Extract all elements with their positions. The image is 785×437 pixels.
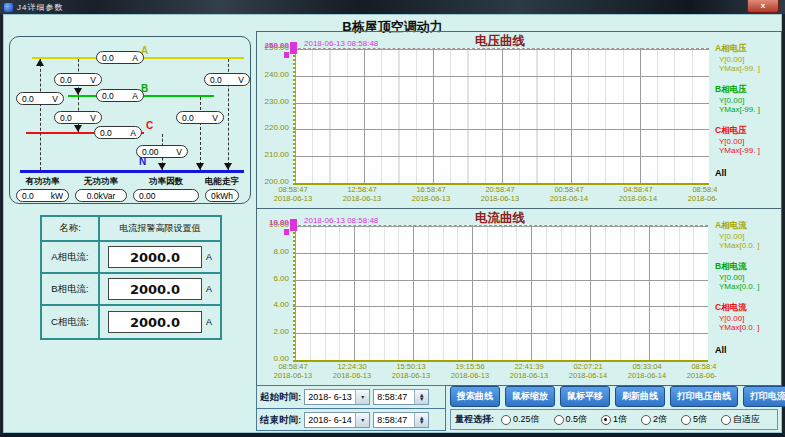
wiring-diagram-panel: A B C N 0.0A 0.0A 0.0A (9, 36, 251, 204)
x-tick-label: 15:50:13 2018-06-13 (392, 362, 430, 381)
metric-readout: 0kWh (205, 189, 239, 202)
y-tick-label: 210.00 (265, 150, 289, 159)
title-bar: J4详细参数 x (0, 0, 785, 14)
cursor-marker[interactable] (290, 42, 297, 54)
x-tick-label: 05:33:04 2018-06-14 (628, 362, 666, 381)
end-time-spinner[interactable]: 8:58:47 ▲▼ (373, 412, 429, 428)
range-option-radio[interactable]: 1倍 (601, 413, 627, 426)
power-metric: 有功功率 0.0kW (16, 176, 69, 202)
row-value-b: 2000.0 A (100, 274, 220, 306)
y-tick-label: 6.00 (273, 274, 289, 283)
client-area: B栋屋顶空调动力 A B C N 0.0A (3, 14, 782, 433)
y-tick-label: 10.00 (269, 220, 289, 229)
x-tick-label: 08:58:47 2018-06-14 (688, 185, 717, 204)
radio-icon[interactable] (501, 415, 511, 425)
legend-series-item: C相电流 Y[0.00] YMax[0.0. ] (715, 302, 779, 332)
range-option-radio[interactable]: 自适应 (721, 413, 760, 426)
radio-icon[interactable] (721, 415, 731, 425)
calendar-dropdown-icon[interactable]: ▾ (355, 413, 369, 427)
chart-action-button[interactable]: 打印电流曲线 (743, 386, 785, 407)
calendar-dropdown-icon[interactable]: ▾ (355, 390, 369, 404)
voltage-guide-line (200, 97, 201, 170)
legend-all-item[interactable]: All (715, 168, 779, 178)
current-alarm-settings-table: 名称: 电流报警高限设置值 A相电流: 2000.0 A B相电流: 2000.… (40, 215, 222, 340)
voltage-bc-readout: 0.0V (54, 111, 102, 124)
cursor-marker[interactable] (290, 219, 297, 231)
phase-a-current-readout: 0.0A (96, 51, 144, 64)
radio-icon[interactable] (554, 415, 564, 425)
range-select-label: 量程选择: (455, 413, 494, 426)
chart-action-button[interactable]: 鼠标平移 (560, 386, 610, 407)
start-time-spinner[interactable]: 8:58:47 ▲▼ (373, 389, 429, 405)
chart-action-button[interactable]: 刷新曲线 (615, 386, 665, 407)
range-option-radio[interactable]: 5倍 (681, 413, 707, 426)
phase-c-alarm-input[interactable]: 2000.0 (108, 311, 202, 333)
legend-series-item: A相电压 Y[0.00] YMax[-99. ] (715, 43, 779, 73)
unit-label: A (206, 284, 212, 294)
phase-a-alarm-input[interactable]: 2000.0 (108, 246, 202, 268)
start-date-picker[interactable]: 2018- 6-13 ▾ (304, 389, 370, 405)
close-button[interactable]: x (747, 0, 779, 13)
y-tick-label: 4.00 (273, 300, 289, 309)
x-tick-label: 08:58:47 2018-06-14 (687, 362, 717, 381)
metric-readout: 0.0kW (16, 189, 69, 202)
voltage-an-left-readout: 0.0V (16, 92, 64, 105)
x-tick-label: 20:58:47 2018-06-13 (481, 185, 519, 204)
current-plot-area[interactable]: 2018-06-13 08:58:48 (293, 225, 708, 362)
y-tick-label: 240.00 (265, 70, 289, 79)
current-y-axis: 10.00 10.008.006.004.002.000.00 (257, 225, 291, 365)
row-value-c: 2000.0 A (100, 306, 220, 338)
current-x-axis: 08:58:47 2018-06-13 12:24:30 2018-06-13 … (257, 362, 717, 382)
metric-label: 有功功率 (26, 176, 60, 188)
legend-series-item: B相电压 Y[0.00] YMax[-99. ] (715, 84, 779, 114)
y-tick-label: 8.00 (273, 247, 289, 256)
range-option-radio[interactable]: 2倍 (641, 413, 667, 426)
end-date-picker[interactable]: 2018- 6-14 ▾ (304, 412, 370, 428)
time-range-box: 起始时间: 2018- 6-13 ▾ 8:58:47 ▲▼ 结束时间: 2018… (256, 385, 446, 431)
spinner-icon[interactable]: ▲▼ (414, 390, 428, 404)
power-metric: 无功功率 0.0kVar (75, 176, 127, 202)
arrow-down-icon (158, 163, 166, 170)
power-metric: 电能走字 0kWh (205, 176, 239, 202)
x-tick-label: 08:58:47 2018-06-13 (274, 362, 312, 381)
voltage-an-right-readout: 0.0V (204, 73, 250, 86)
arrow-down-icon (74, 88, 82, 95)
legend-series-item: C相电压 Y[0.00] YMax[-99. ] (715, 125, 779, 155)
x-tick-label: 12:58:47 2018-06-13 (343, 185, 381, 204)
arrow-up-icon (36, 59, 44, 66)
bottom-controls: 起始时间: 2018- 6-13 ▾ 8:58:47 ▲▼ 结束时间: 2018… (256, 385, 780, 432)
voltage-y-axis: 250.00 250.00240.00230.00220.00210.00200… (257, 48, 291, 188)
metric-readout: 0.0kVar (75, 189, 127, 202)
phase-b-alarm-input[interactable]: 2000.0 (108, 278, 202, 300)
app-icon (4, 3, 13, 12)
y-tick-label: 250.00 (265, 43, 289, 52)
range-options: 0.25倍 0.5倍 1倍 (501, 413, 760, 426)
unit-label: A (206, 252, 212, 262)
table-header-value: 电流报警高限设置值 (100, 217, 220, 242)
voltage-legend: A相电压 Y[0.00] YMax[-99. ] B相电压 Y[0.00] YM… (715, 43, 779, 178)
chart-action-button[interactable]: 搜索曲线 (450, 386, 500, 407)
phase-b-current-readout: 0.0A (96, 89, 144, 102)
radio-icon[interactable] (601, 415, 611, 425)
spinner-icon[interactable]: ▲▼ (414, 413, 428, 427)
chart-action-button[interactable]: 打印电压曲线 (670, 386, 738, 407)
range-option-radio[interactable]: 0.25倍 (501, 413, 540, 426)
end-time-label: 结束时间: (260, 414, 301, 427)
x-tick-label: 02:07:21 2018-06-14 (569, 362, 607, 381)
range-option-radio[interactable]: 0.5倍 (554, 413, 588, 426)
voltage-cn-readout: 0.00V (136, 145, 188, 158)
chart-action-button[interactable]: 鼠标缩放 (505, 386, 555, 407)
y-tick-label: 2.00 (273, 327, 289, 336)
x-tick-label: 00:58:47 2018-06-14 (550, 185, 588, 204)
start-time-row: 起始时间: 2018- 6-13 ▾ 8:58:47 ▲▼ (257, 386, 445, 408)
window-title: J4详细参数 (17, 2, 63, 13)
legend-all-item[interactable]: All (715, 345, 779, 355)
cursor-timestamp: 2018-06-13 08:58:48 (304, 39, 378, 48)
radio-icon[interactable] (641, 415, 651, 425)
legend-series-item: B相电流 Y[0.00] YMax[0.0. ] (715, 261, 779, 291)
radio-icon[interactable] (681, 415, 691, 425)
x-tick-label: 12:24:30 2018-06-13 (333, 362, 371, 381)
metric-readout: 0.00 (133, 189, 199, 202)
voltage-x-axis: 08:58:47 2018-06-13 12:58:47 2018-06-13 … (257, 185, 717, 205)
voltage-plot-area[interactable]: 2018-06-13 08:58:48 (293, 48, 709, 185)
